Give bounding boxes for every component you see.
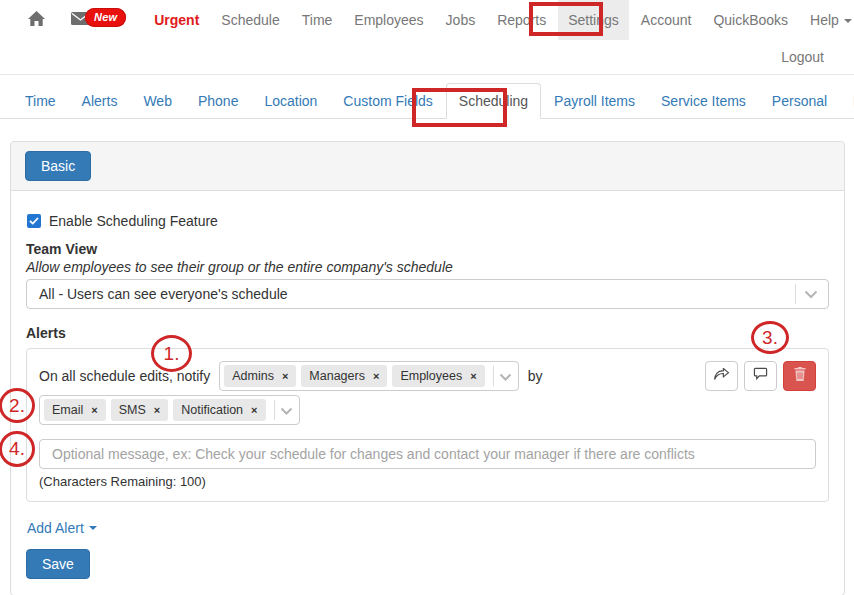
caret-down-icon <box>844 19 852 23</box>
nav-item-help[interactable]: Help <box>800 0 854 40</box>
settings-tab-bar: Time Alerts Web Phone Location Custom Fi… <box>0 83 854 119</box>
new-badge: New <box>85 8 126 27</box>
home-icon <box>28 11 45 30</box>
tag-managers: Managers × <box>301 365 387 387</box>
remove-tag-icon[interactable]: × <box>470 371 476 382</box>
alerts-title: Alerts <box>26 325 829 341</box>
by-label: by <box>528 368 543 384</box>
nav-item-schedule[interactable]: Schedule <box>211 0 289 40</box>
enable-scheduling-row: Enable Scheduling Feature <box>27 213 829 229</box>
tab-scheduling[interactable]: Scheduling <box>446 83 541 119</box>
messages-button[interactable]: New <box>71 11 126 29</box>
tab-web[interactable]: Web <box>130 83 185 119</box>
caret-down-icon <box>89 526 97 530</box>
home-button[interactable] <box>28 11 45 30</box>
nav-item-settings[interactable]: Settings <box>558 0 629 40</box>
tab-phone[interactable]: Phone <box>185 83 251 119</box>
tab-alerts[interactable]: Alerts <box>69 83 131 119</box>
tag-email: Email × <box>44 399 106 421</box>
alert-rule-prefix: On all schedule edits, notify <box>39 368 210 384</box>
tab-service-items[interactable]: Service Items <box>648 83 759 119</box>
nav-item-account[interactable]: Account <box>631 0 702 40</box>
nav-item-employees[interactable]: Employees <box>344 0 433 40</box>
enable-scheduling-checkbox[interactable] <box>27 214 41 228</box>
tab-more[interactable]: More <box>840 83 854 119</box>
nav-item-reports[interactable]: Reports <box>487 0 556 40</box>
alert-methods-row: Email × SMS × Notification × <box>39 395 816 425</box>
chevron-down-icon[interactable] <box>499 367 512 385</box>
team-view-select[interactable]: All - Users can see everyone's schedule <box>26 279 829 309</box>
basic-button[interactable]: Basic <box>25 151 91 181</box>
remove-tag-icon[interactable]: × <box>251 405 257 416</box>
team-view-selected-value: All - Users can see everyone's schedule <box>39 286 288 302</box>
optional-message-input[interactable] <box>39 439 816 469</box>
method-multiselect[interactable]: Email × SMS × Notification × <box>39 395 300 425</box>
tab-time[interactable]: Time <box>12 83 69 119</box>
panel-header: Basic <box>11 142 844 191</box>
tab-custom-fields[interactable]: Custom Fields <box>330 83 445 119</box>
remove-tag-icon[interactable]: × <box>154 405 160 416</box>
remove-tag-icon[interactable]: × <box>373 371 379 382</box>
chevron-down-icon <box>804 286 818 302</box>
nav-item-jobs[interactable]: Jobs <box>436 0 486 40</box>
speech-bubble-icon <box>753 367 768 385</box>
select-divider <box>493 366 494 386</box>
nav-item-urgent[interactable]: Urgent <box>144 0 209 40</box>
tab-location[interactable]: Location <box>251 83 330 119</box>
scheduling-settings-panel: Basic Enable Scheduling Feature Team Vie… <box>10 141 845 595</box>
top-nav-row: New Urgent Schedule Time Employees Jobs … <box>0 0 854 40</box>
trash-icon <box>794 367 806 385</box>
nav-item-quickbooks[interactable]: QuickBooks <box>703 0 798 40</box>
remove-tag-icon[interactable]: × <box>282 371 288 382</box>
notify-multiselect[interactable]: Admins × Managers × Employees × <box>219 361 518 391</box>
chevron-down-icon[interactable] <box>280 401 293 419</box>
logout-button[interactable]: Logout <box>781 49 824 65</box>
add-alert-button[interactable]: Add Alert <box>27 520 97 536</box>
alert-rule-card: On all schedule edits, notify Admins × M… <box>26 348 829 502</box>
comment-alert-button[interactable] <box>744 361 777 391</box>
tag-employees: Employees × <box>392 365 484 387</box>
tag-admins: Admins × <box>224 365 296 387</box>
team-view-description: Allow employees to see their group or th… <box>26 259 829 275</box>
tag-notification: Notification × <box>173 399 265 421</box>
characters-remaining-label: (Characters Remaining: 100) <box>39 474 816 489</box>
delete-alert-button[interactable] <box>783 361 816 391</box>
nav-item-time[interactable]: Time <box>292 0 343 40</box>
tab-payroll-items[interactable]: Payroll Items <box>541 83 648 119</box>
select-divider <box>795 284 796 304</box>
tag-sms: SMS × <box>111 399 169 421</box>
tab-personal[interactable]: Personal <box>759 83 840 119</box>
enable-scheduling-label: Enable Scheduling Feature <box>49 213 218 229</box>
top-nav-secondary-row: Logout <box>0 40 854 74</box>
forward-arrow-icon <box>713 367 730 385</box>
remove-tag-icon[interactable]: × <box>91 405 97 416</box>
team-view-title: Team View <box>26 241 829 257</box>
share-alert-button[interactable] <box>705 361 738 391</box>
panel-body: Enable Scheduling Feature Team View Allo… <box>11 191 844 595</box>
save-button[interactable]: Save <box>26 549 90 579</box>
select-divider <box>274 400 275 420</box>
alert-recipients-row: On all schedule edits, notify Admins × M… <box>39 361 816 391</box>
top-navigation: New Urgent Schedule Time Employees Jobs … <box>0 0 854 75</box>
